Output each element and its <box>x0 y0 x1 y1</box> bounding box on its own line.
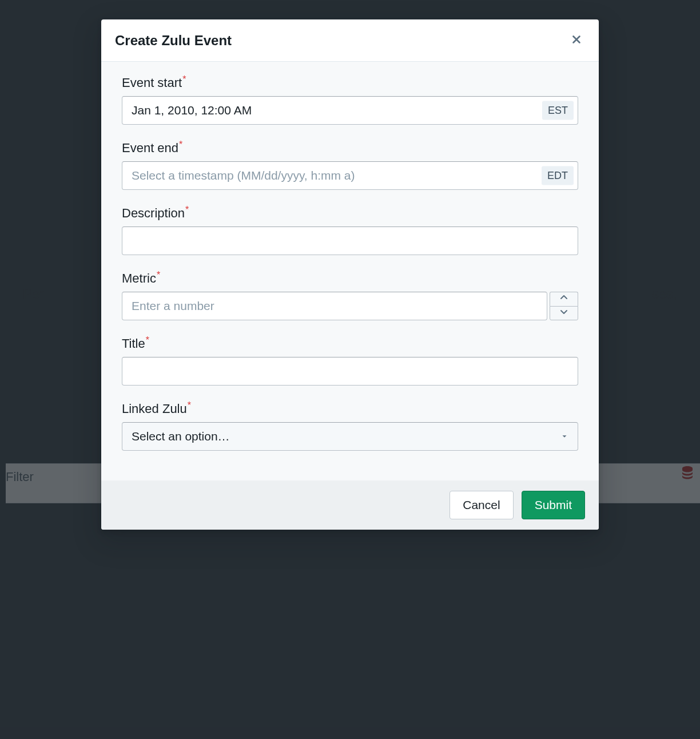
event-start-group: Event start* EST <box>122 76 578 125</box>
title-label: Title* <box>122 336 578 351</box>
event-end-label: Event end* <box>122 141 578 156</box>
modal-title: Create Zulu Event <box>115 33 232 49</box>
required-asterisk: * <box>179 140 182 149</box>
event-start-input[interactable] <box>122 96 578 125</box>
event-end-input-wrapper: EDT <box>122 161 578 190</box>
metric-input[interactable] <box>122 292 547 320</box>
linked-zulu-select-wrapper: Select an option… <box>122 422 578 451</box>
submit-button[interactable]: Submit <box>522 491 585 519</box>
required-asterisk: * <box>157 270 160 280</box>
close-button[interactable] <box>568 31 585 50</box>
description-label: Description* <box>122 206 578 221</box>
event-end-group: Event end* EDT <box>122 141 578 190</box>
required-asterisk: * <box>146 335 149 345</box>
create-zulu-event-modal: Create Zulu Event Event start* EST Ev <box>101 19 599 530</box>
metric-label: Metric* <box>122 271 578 286</box>
description-group: Description* <box>122 206 578 255</box>
event-start-label: Event start* <box>122 76 578 90</box>
title-input[interactable] <box>122 357 578 386</box>
chevron-up-icon <box>559 293 568 304</box>
chevron-down-icon <box>559 308 568 319</box>
required-asterisk: * <box>185 205 189 214</box>
modal-footer: Cancel Submit <box>101 480 599 530</box>
metric-group: Metric* <box>122 271 578 320</box>
stepper-up-button[interactable] <box>550 292 578 306</box>
title-group: Title* <box>122 336 578 386</box>
linked-zulu-selected-value: Select an option… <box>132 430 230 443</box>
metric-input-wrapper <box>122 292 578 320</box>
caret-down-icon <box>560 430 568 443</box>
timezone-badge-est[interactable]: EST <box>542 101 574 120</box>
event-start-input-wrapper: EST <box>122 96 578 125</box>
required-asterisk: * <box>188 400 191 410</box>
quantity-stepper <box>550 292 578 320</box>
timezone-badge-edt[interactable]: EDT <box>542 166 574 185</box>
modal-overlay: Create Zulu Event Event start* EST Ev <box>0 0 700 739</box>
cancel-button[interactable]: Cancel <box>450 491 513 519</box>
linked-zulu-group: Linked Zulu* Select an option… <box>122 402 578 451</box>
description-input[interactable] <box>122 227 578 255</box>
linked-zulu-select[interactable]: Select an option… <box>122 422 578 451</box>
modal-body: Event start* EST Event end* EDT Desc <box>101 62 599 480</box>
close-icon <box>570 33 583 47</box>
event-end-input[interactable] <box>122 161 578 190</box>
linked-zulu-label: Linked Zulu* <box>122 402 578 416</box>
stepper-down-button[interactable] <box>550 306 578 321</box>
required-asterisk: * <box>182 74 186 84</box>
modal-header: Create Zulu Event <box>101 19 599 62</box>
